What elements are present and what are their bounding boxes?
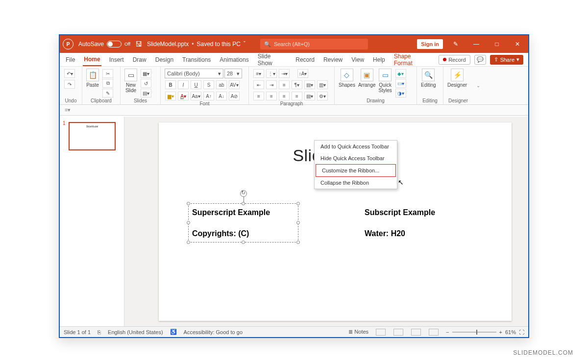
grow-font-button[interactable]: A↑ [203, 92, 214, 100]
slide-thumbnail-panel[interactable]: 1 SlideModel [60, 117, 124, 326]
paragraph-marks-button[interactable]: ¶▾ [292, 80, 302, 89]
resize-handle[interactable] [296, 221, 300, 224]
font-name-selector[interactable]: Calibri (Body)▾ [165, 69, 223, 78]
editing-button[interactable]: 🔍Editing [421, 69, 436, 88]
shrink-font-button[interactable]: A↓ [216, 92, 227, 100]
resize-handle[interactable] [242, 202, 245, 205]
tab-review[interactable]: Review [322, 53, 343, 66]
maximize-icon[interactable]: □ [489, 35, 505, 53]
chevron-down-icon[interactable]: ˇ [244, 41, 245, 48]
numbering-button[interactable]: ⋮▾ [266, 69, 277, 78]
underline-button[interactable]: U [191, 80, 201, 89]
align-text-button[interactable]: ▤▾ [304, 80, 315, 89]
right-body[interactable]: Water: H20 [365, 229, 405, 238]
layout-button[interactable]: ▦▾ [141, 69, 151, 78]
strike-button[interactable]: S [203, 80, 214, 89]
bold-button[interactable]: B [165, 80, 176, 89]
resize-handle[interactable] [242, 241, 245, 244]
resize-handle[interactable] [187, 202, 190, 205]
tab-file[interactable]: File [65, 53, 76, 66]
minimize-icon[interactable]: — [468, 35, 484, 53]
paste-button[interactable]: 📋Paste [86, 69, 99, 88]
quick-styles-button[interactable]: ▭Quick Styles [379, 69, 392, 93]
tab-insert[interactable]: Insert [108, 53, 125, 66]
slideshow-view-icon[interactable] [429, 329, 439, 336]
zoom-in-icon[interactable]: + [499, 329, 502, 335]
document-title[interactable]: SlideModel.pptx • Saved to this PC ˇ [147, 41, 245, 48]
columns-button[interactable]: ▥▾ [317, 80, 328, 89]
resize-handle[interactable] [187, 221, 190, 224]
shape-outline-button[interactable]: ▭▾ [395, 79, 406, 88]
list-level-button[interactable]: ⇥▾ [279, 69, 290, 78]
status-accessibility[interactable]: Accessibility: Good to go [184, 329, 243, 335]
zoom-out-icon[interactable]: − [446, 329, 449, 335]
qat-customize-icon[interactable]: ≡▾ [65, 107, 71, 113]
spacing-button[interactable]: AV▾ [229, 80, 240, 89]
close-icon[interactable]: ✕ [510, 35, 525, 53]
resize-handle[interactable] [296, 241, 300, 244]
accessibility-icon[interactable]: ♿ [170, 329, 177, 335]
save-icon[interactable]: 🖫 [135, 40, 142, 48]
format-painter-button[interactable]: ✎ [102, 89, 113, 97]
undo-button[interactable]: ↶▾ [64, 69, 75, 78]
shape-effects-button[interactable]: ◑▾ [395, 89, 406, 97]
smartart-button[interactable]: ⚙▾ [317, 92, 328, 100]
notes-button[interactable]: ≣ Notes [348, 329, 368, 335]
new-slide-button[interactable]: ▭New Slide [124, 69, 137, 93]
comments-button[interactable]: 💬 [474, 55, 486, 65]
ctx-add-qat[interactable]: Add to Quick Access Toolbar [315, 141, 397, 152]
italic-button[interactable]: I [178, 80, 189, 89]
fit-window-icon[interactable]: ⛶ [519, 329, 524, 335]
tab-draw[interactable]: Draw [132, 53, 147, 66]
left-body[interactable]: Copyrights: (C) [192, 229, 249, 238]
shape-fill-button[interactable]: ◆▾ [395, 69, 406, 78]
bullets-button[interactable]: ≡▾ [253, 69, 264, 78]
copy-button[interactable]: ⧉ [102, 79, 113, 88]
section-button[interactable]: ▤▾ [141, 89, 151, 97]
shadow-button[interactable]: ab [216, 80, 227, 89]
tab-transitions[interactable]: Transitions [181, 53, 212, 66]
tab-design[interactable]: Design [154, 53, 174, 66]
tab-record[interactable]: Record [294, 53, 316, 66]
ctx-customize-ribbon[interactable]: Customize the Ribbon... [316, 164, 396, 177]
collapse-ribbon-icon[interactable]: ⌄ [473, 67, 484, 104]
clear-format-button[interactable]: A⊘ [229, 92, 240, 100]
ribbon-display-icon[interactable]: ✎ [448, 35, 464, 53]
justify-button[interactable]: ≡ [292, 92, 302, 100]
sorter-view-icon[interactable] [393, 329, 403, 336]
right-heading[interactable]: Subscript Example [365, 208, 435, 217]
font-color-button[interactable]: A▾ [178, 92, 189, 100]
increase-indent-button[interactable]: ⇥ [266, 80, 277, 89]
arrange-button[interactable]: ▣Arrange [358, 69, 376, 88]
cut-button[interactable]: ✂ [102, 69, 113, 78]
reading-view-icon[interactable] [411, 329, 421, 336]
status-language[interactable]: English (United States) [108, 329, 163, 335]
font-size-selector[interactable]: 28▾ [224, 69, 242, 78]
highlight-button[interactable]: ▆▾ [165, 92, 176, 100]
ctx-collapse-ribbon[interactable]: Collapse the Ribbon [315, 177, 397, 189]
tab-animations[interactable]: Animations [219, 53, 249, 66]
signin-button[interactable]: Sign in [417, 39, 443, 49]
redo-button[interactable]: ↷ [64, 80, 75, 89]
text-direction-button[interactable]: ↕A▾ [297, 69, 308, 78]
distribute-button[interactable]: ▤▾ [304, 92, 315, 100]
designer-button[interactable]: ⚡Designer [447, 69, 467, 88]
tab-help[interactable]: Help [372, 53, 386, 66]
align-right-button[interactable]: ≡ [279, 92, 290, 100]
resize-handle[interactable] [296, 202, 300, 205]
zoom-control[interactable]: − + 61% ⛶ [446, 329, 524, 335]
rotate-handle-icon[interactable] [240, 190, 247, 197]
normal-view-icon[interactable] [376, 329, 386, 336]
autosave-toggle[interactable]: AutoSave Off [78, 41, 130, 48]
reset-button[interactable]: ↺ [141, 79, 151, 88]
share-button[interactable]: ⇪Share▾ [490, 55, 523, 65]
tab-view[interactable]: View [350, 53, 365, 66]
line-spacing-button[interactable]: ≡ [279, 80, 290, 89]
shapes-button[interactable]: ◇Shapes [339, 69, 355, 88]
left-heading[interactable]: Superscript Example [192, 208, 270, 217]
tab-shape-format[interactable]: Shape Format [393, 53, 432, 66]
align-center-button[interactable]: ≡ [266, 92, 277, 100]
tab-home[interactable]: Home [83, 53, 101, 66]
change-case-button[interactable]: Aa▾ [191, 92, 201, 100]
search-box[interactable]: 🔍 Search (Alt+Q) [260, 39, 368, 49]
